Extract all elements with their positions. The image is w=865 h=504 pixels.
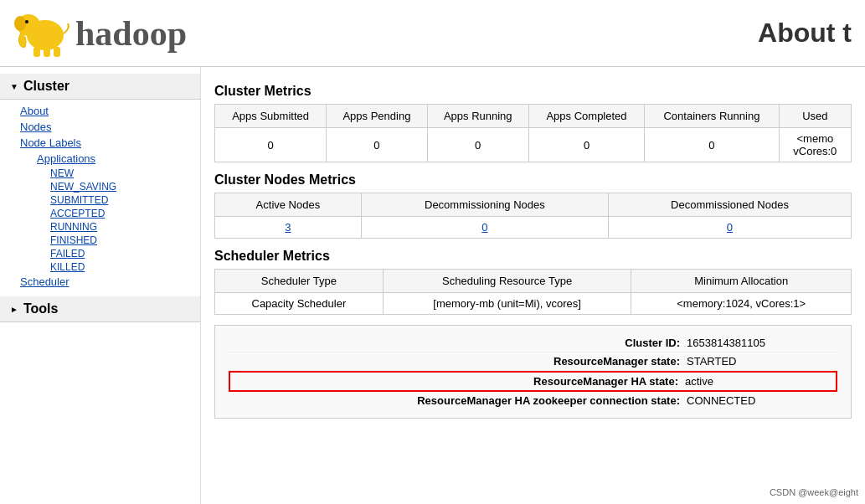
cell-decommissioning-nodes[interactable]: 0 — [361, 217, 608, 239]
cluster-metrics-title: Cluster Metrics — [214, 84, 852, 99]
cell-scheduler-type: Capacity Scheduler — [215, 293, 384, 315]
cell-apps-completed: 0 — [528, 128, 644, 162]
watermark: CSDN @week@eight — [770, 487, 858, 497]
sidebar-link-about[interactable]: About — [17, 103, 200, 119]
decommissioning-nodes-link[interactable]: 0 — [481, 221, 487, 234]
col-min-allocation: Minimum Allocation — [631, 270, 852, 293]
hadoop-logo-text: hadoop — [75, 13, 187, 54]
scheduler-metrics-table: Scheduler Type Scheduling Resource Type … — [214, 269, 852, 315]
sidebar: ▼ Cluster About Nodes Node Labels Applic… — [0, 67, 201, 504]
tools-section-label: Tools — [23, 301, 58, 316]
sidebar-link-finished[interactable]: FINISHED — [47, 234, 200, 247]
col-decommissioning-nodes: Decommissioning Nodes — [361, 193, 608, 217]
cluster-collapse-icon: ▼ — [10, 82, 18, 91]
col-apps-submitted: Apps Submitted — [215, 105, 327, 128]
main-layout: ▼ Cluster About Nodes Node Labels Applic… — [0, 67, 865, 504]
svg-rect-5 — [44, 47, 50, 57]
svg-point-2 — [14, 16, 26, 31]
sidebar-link-failed[interactable]: FAILED — [47, 247, 200, 260]
svg-point-3 — [25, 20, 28, 23]
cluster-id-value: 1653814381105 — [687, 337, 837, 349]
sidebar-link-applications[interactable]: Applications — [33, 151, 200, 167]
ha-state-label: ResourceManager HA state: — [400, 375, 685, 388]
cell-active-nodes[interactable]: 3 — [215, 217, 362, 239]
tools-collapse-icon: ► — [10, 305, 18, 314]
application-sub-links: NEW NEW_SAVING SUBMITTED ACCEPTED RUNNIN… — [33, 167, 200, 274]
sidebar-link-scheduler[interactable]: Scheduler — [17, 274, 200, 290]
applications-subsection: Applications NEW NEW_SAVING SUBMITTED AC… — [17, 151, 200, 274]
logo: hadoop — [13, 8, 187, 59]
cell-apps-pending: 0 — [327, 128, 427, 162]
cluster-info-section: Cluster ID: 1653814381105 ResourceManage… — [214, 325, 852, 419]
cluster-section-header[interactable]: ▼ Cluster — [0, 74, 200, 100]
cell-resource-type: [memory-mb (unit=Mi), vcores] — [383, 293, 631, 315]
svg-rect-4 — [33, 47, 40, 57]
col-scheduler-type: Scheduler Type — [215, 270, 384, 293]
sidebar-link-killed[interactable]: KILLED — [47, 260, 200, 274]
col-apps-pending: Apps Pending — [327, 105, 427, 128]
rm-state-row: ResourceManager state: STARTED — [229, 352, 837, 371]
cell-apps-running: 0 — [427, 128, 528, 162]
cluster-section-label: Cluster — [23, 79, 70, 94]
hadoop-elephant-icon — [13, 8, 72, 59]
scheduler-metrics-title: Scheduler Metrics — [214, 249, 852, 264]
cluster-nodes-row: 3 0 0 — [215, 217, 852, 239]
tools-section-header[interactable]: ► Tools — [0, 296, 200, 322]
app-header: hadoop About t — [0, 0, 865, 67]
cluster-id-row: Cluster ID: 1653814381105 — [229, 334, 837, 352]
rm-state-value: STARTED — [687, 355, 837, 368]
col-active-nodes: Active Nodes — [215, 193, 362, 217]
cell-containers-running: 0 — [645, 128, 780, 162]
cluster-metrics-row: 0 0 0 0 0 <memovCores:0 — [215, 128, 852, 162]
scheduler-metrics-row: Capacity Scheduler [memory-mb (unit=Mi),… — [215, 293, 852, 315]
sidebar-link-running[interactable]: RUNNING — [47, 220, 200, 234]
rm-state-label: ResourceManager state: — [402, 355, 687, 368]
cell-min-allocation: <memory:1024, vCores:1> — [631, 293, 852, 315]
svg-rect-6 — [54, 47, 60, 57]
col-apps-completed: Apps Completed — [528, 105, 644, 128]
cluster-id-label: Cluster ID: — [402, 337, 687, 349]
ha-state-row: ResourceManager HA state: active — [229, 371, 837, 392]
cluster-links: About Nodes Node Labels Applications NEW… — [0, 100, 200, 293]
col-resource-type: Scheduling Resource Type — [383, 270, 631, 293]
col-used: Used — [779, 105, 851, 128]
cluster-nodes-title: Cluster Nodes Metrics — [214, 172, 852, 188]
col-containers-running: Containers Running — [645, 105, 780, 128]
ha-zk-label: ResourceManager HA zookeeper connection … — [402, 394, 687, 407]
sidebar-link-node-labels[interactable]: Node Labels — [17, 135, 200, 151]
ha-state-value: active — [685, 375, 836, 388]
cell-used: <memovCores:0 — [779, 128, 851, 162]
page-title: About t — [758, 18, 852, 49]
sidebar-link-new-saving[interactable]: NEW_SAVING — [47, 180, 200, 193]
active-nodes-link[interactable]: 3 — [285, 221, 291, 234]
cell-decommissioned-nodes[interactable]: 0 — [608, 217, 851, 239]
cluster-metrics-table: Apps Submitted Apps Pending Apps Running… — [214, 104, 852, 162]
sidebar-link-accepted[interactable]: ACCEPTED — [47, 207, 200, 220]
sidebar-link-submitted[interactable]: SUBMITTED — [47, 193, 200, 207]
sidebar-link-new[interactable]: NEW — [47, 167, 200, 180]
sidebar-link-nodes[interactable]: Nodes — [17, 119, 200, 135]
ha-zk-row: ResourceManager HA zookeeper connection … — [229, 392, 837, 409]
col-decommissioned-nodes: Decommissioned Nodes — [608, 193, 851, 217]
cluster-nodes-table: Active Nodes Decommissioning Nodes Decom… — [214, 193, 852, 239]
decommissioned-nodes-link[interactable]: 0 — [727, 221, 733, 234]
ha-zk-value: CONNECTED — [687, 394, 837, 407]
cell-apps-submitted: 0 — [215, 128, 327, 162]
col-apps-running: Apps Running — [427, 105, 528, 128]
main-content: Cluster Metrics Apps Submitted Apps Pend… — [201, 67, 865, 504]
